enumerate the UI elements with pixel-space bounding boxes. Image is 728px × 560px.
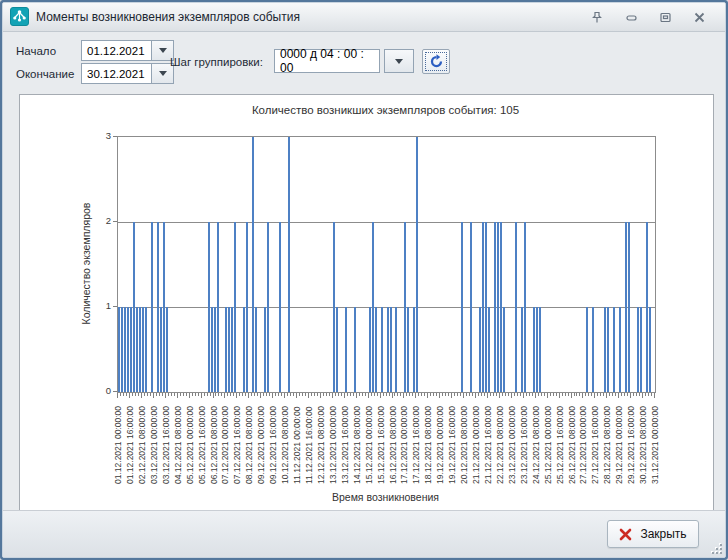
x-tick [454, 393, 455, 396]
x-tick [654, 393, 655, 398]
close-icon[interactable] [689, 8, 709, 26]
end-date-input[interactable]: 30.12.2021 [81, 63, 152, 84]
pin-icon[interactable] [587, 8, 607, 26]
x-tick [254, 393, 255, 396]
x-tick [493, 393, 494, 396]
x-tick-label: 23.12.2021 16:00:00 [519, 399, 529, 484]
x-tick [478, 393, 479, 396]
y-tick [113, 391, 117, 392]
bar [497, 222, 499, 392]
bar [461, 222, 463, 392]
x-tick [162, 393, 163, 396]
maximize-icon[interactable] [655, 8, 675, 26]
plot-area [117, 136, 656, 393]
x-tick [392, 393, 393, 398]
bar [515, 222, 517, 392]
y-tick-label: 0 [93, 385, 111, 396]
bar [613, 307, 615, 392]
bar [619, 307, 621, 392]
red-x-icon [619, 528, 632, 541]
x-tick [418, 393, 419, 396]
x-tick [329, 393, 330, 396]
x-tick [472, 393, 473, 396]
x-tick-label: 15.12.2021 00:00:00 [364, 399, 374, 484]
minimize-icon[interactable] [621, 8, 641, 26]
x-tick [538, 393, 539, 396]
bar [369, 307, 371, 392]
x-tick [257, 393, 258, 396]
x-tick-label: 13.12.2021 16:00:00 [340, 399, 350, 484]
x-tick [618, 393, 619, 398]
x-tick [293, 393, 294, 396]
x-tick-label: 19.12.2021 00:00:00 [435, 399, 445, 484]
bar [354, 307, 356, 392]
footer-bar: Закрыть [3, 510, 725, 557]
y-tick [113, 306, 117, 307]
x-tick-label: 11.12.2021 16:00:00 [304, 399, 314, 484]
x-tick [314, 393, 315, 396]
bar [625, 222, 627, 392]
x-tick [556, 393, 557, 396]
bar [488, 307, 490, 392]
dropdown-triangle-icon [159, 71, 167, 76]
x-tick [642, 393, 643, 398]
x-tick [508, 393, 509, 396]
x-tick [484, 393, 485, 396]
bar [404, 222, 406, 392]
x-tick [386, 393, 387, 396]
bar [539, 307, 541, 392]
x-tick [308, 393, 309, 398]
x-tick [397, 393, 398, 396]
x-tick-label: 29.12.2021 00:00:00 [614, 399, 624, 484]
x-tick [562, 393, 563, 396]
x-tick [591, 393, 592, 396]
x-tick-label: 10.12.2021 08:00:00 [280, 399, 290, 484]
bar [390, 307, 392, 392]
x-tick-label: 25.12.2021 00:00:00 [543, 399, 553, 484]
bar [255, 307, 257, 392]
x-tick [141, 393, 142, 398]
x-tick [201, 393, 202, 398]
bar [136, 307, 138, 392]
x-tick-label: 21.12.2021 00:00:00 [471, 399, 481, 484]
x-tick [218, 393, 219, 396]
grouping-step-input[interactable]: 0000 д 04 : 00 : 00 [274, 49, 380, 73]
x-tick [630, 393, 631, 398]
start-date-input[interactable]: 01.12.2021 [81, 40, 152, 61]
close-dialog-button[interactable]: Закрыть [607, 520, 699, 548]
x-tick [338, 393, 339, 396]
x-tick [305, 393, 306, 396]
x-tick [403, 393, 404, 398]
refresh-button[interactable] [422, 49, 450, 74]
x-tick [290, 393, 291, 396]
x-tick [317, 393, 318, 396]
x-tick [275, 393, 276, 396]
x-tick [323, 393, 324, 396]
x-tick [156, 393, 157, 396]
x-tick [406, 393, 407, 396]
x-tick [600, 393, 601, 396]
x-tick [171, 393, 172, 396]
bar [604, 307, 606, 392]
bar [252, 137, 254, 392]
x-tick [651, 393, 652, 396]
grouping-step-dropdown-button[interactable] [384, 49, 414, 73]
x-tick [594, 393, 595, 398]
bar [246, 222, 248, 392]
x-tick [532, 393, 533, 396]
x-tick [159, 393, 160, 396]
x-tick [526, 393, 527, 396]
x-tick [430, 393, 431, 396]
x-tick [129, 393, 130, 398]
x-tick [174, 393, 175, 396]
y-tick-label: 2 [93, 215, 111, 226]
resize-grip-icon[interactable] [710, 542, 722, 554]
x-tick [606, 393, 607, 398]
title-bar[interactable]: Моменты возникновения экземпляров событи… [3, 3, 725, 32]
bar [142, 307, 144, 392]
bar [586, 307, 588, 392]
x-tick [603, 393, 604, 396]
y-tick [113, 221, 117, 222]
bar [139, 307, 141, 392]
bar [387, 307, 389, 392]
